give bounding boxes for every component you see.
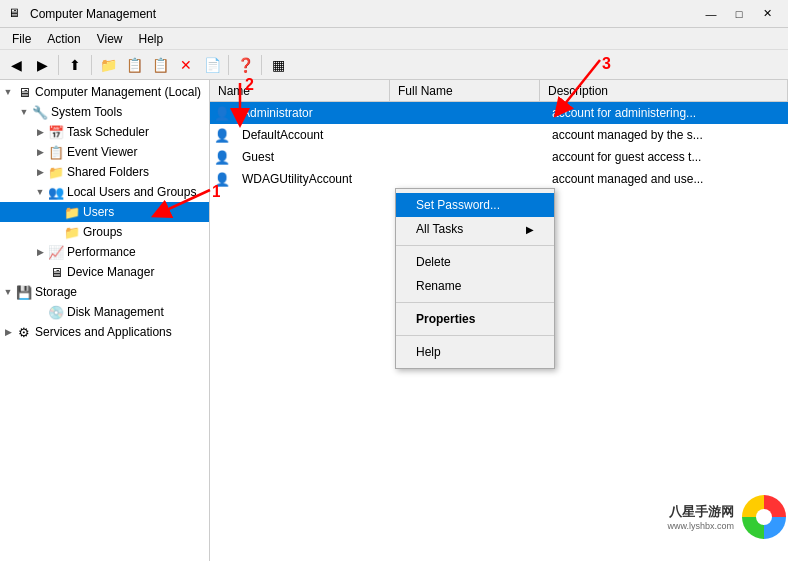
col-header-fullname[interactable]: Full Name — [390, 80, 540, 101]
title-bar-text: Computer Management — [30, 7, 156, 21]
watermark-url: www.lyshbx.com — [667, 521, 734, 531]
shared-folders-icon: 📁 — [48, 164, 64, 180]
storage-label: Storage — [35, 285, 77, 299]
tree-item-shared-folders[interactable]: ▶ 📁 Shared Folders — [0, 162, 209, 182]
tree-item-disk-management[interactable]: ▶ 💿 Disk Management — [0, 302, 209, 322]
device-manager-label: Device Manager — [67, 265, 154, 279]
tree-item-event-viewer[interactable]: ▶ 📋 Event Viewer — [0, 142, 209, 162]
desc-administrator: account for administering... — [544, 106, 788, 120]
help-button[interactable]: ❓ — [233, 53, 257, 77]
name-wdag: WDAGUtilityAccount — [234, 172, 394, 186]
menu-view[interactable]: View — [89, 30, 131, 48]
user-icon-guest: 👤 — [213, 148, 231, 166]
shared-folders-label: Shared Folders — [67, 165, 149, 179]
col-header-description[interactable]: Description — [540, 80, 788, 101]
event-viewer-label: Event Viewer — [67, 145, 137, 159]
toolbar-separator-1 — [58, 55, 59, 75]
ctx-set-password[interactable]: Set Password... — [396, 193, 554, 217]
performance-label: Performance — [67, 245, 136, 259]
tree-item-services-apps[interactable]: ▶ ⚙ Services and Applications — [0, 322, 209, 342]
list-row-administrator[interactable]: 👤 Administrator account for administerin… — [210, 102, 788, 124]
expand-task-scheduler[interactable]: ▶ — [32, 124, 48, 140]
tree-item-system-tools[interactable]: ▼ 🔧 System Tools — [0, 102, 209, 122]
expand-storage[interactable]: ▼ — [0, 284, 16, 300]
ctx-sep-3 — [396, 335, 554, 336]
watermark: 八星手游网 www.lyshbx.com — [667, 493, 788, 541]
tree-item-device-manager[interactable]: ▶ 🖥 Device Manager — [0, 262, 209, 282]
svg-point-6 — [756, 509, 772, 525]
paste-button[interactable]: 📋 — [148, 53, 172, 77]
menu-action[interactable]: Action — [39, 30, 88, 48]
user-icon-wdag: 👤 — [213, 170, 231, 188]
minimize-button[interactable]: — — [698, 4, 724, 24]
performance-icon: 📈 — [48, 244, 64, 260]
expand-computer-management[interactable]: ▼ — [0, 84, 16, 100]
groups-label: Groups — [83, 225, 122, 239]
expand-shared-folders[interactable]: ▶ — [32, 164, 48, 180]
tree-item-performance[interactable]: ▶ 📈 Performance — [0, 242, 209, 262]
name-guest: Guest — [234, 150, 394, 164]
disk-management-label: Disk Management — [67, 305, 164, 319]
properties-button[interactable]: 📄 — [200, 53, 224, 77]
expand-event-viewer[interactable]: ▶ — [32, 144, 48, 160]
tree-item-task-scheduler[interactable]: ▶ 📅 Task Scheduler — [0, 122, 209, 142]
event-viewer-icon: 📋 — [48, 144, 64, 160]
ctx-sep-2 — [396, 302, 554, 303]
menu-help[interactable]: Help — [131, 30, 172, 48]
user-icon-defaultaccount: 👤 — [213, 126, 231, 144]
show-hide-button[interactable]: 📁 — [96, 53, 120, 77]
col-header-name[interactable]: Name — [210, 80, 390, 101]
tree-item-local-users-groups[interactable]: ▼ 👥 Local Users and Groups — [0, 182, 209, 202]
ctx-help[interactable]: Help — [396, 340, 554, 364]
copy-button[interactable]: 📋 — [122, 53, 146, 77]
tree-item-users[interactable]: ▶ 📁 Users — [0, 202, 209, 222]
delete-button[interactable]: ✕ — [174, 53, 198, 77]
ctx-all-tasks[interactable]: All Tasks ▶ — [396, 217, 554, 241]
context-menu: Set Password... All Tasks ▶ Delete Renam… — [395, 188, 555, 369]
desc-defaultaccount: account managed by the s... — [544, 128, 788, 142]
app-icon: 🖥 — [8, 6, 24, 22]
all-tasks-arrow: ▶ — [526, 224, 534, 235]
forward-button[interactable]: ▶ — [30, 53, 54, 77]
local-users-groups-label: Local Users and Groups — [67, 185, 196, 199]
expand-services-apps[interactable]: ▶ — [0, 324, 16, 340]
users-label: Users — [83, 205, 114, 219]
toolbar-separator-3 — [228, 55, 229, 75]
users-icon: 📁 — [64, 204, 80, 220]
local-users-groups-icon: 👥 — [48, 184, 64, 200]
list-body: 👤 Administrator account for administerin… — [210, 102, 788, 190]
view-button[interactable]: ▦ — [266, 53, 290, 77]
desc-guest: account for guest access t... — [544, 150, 788, 164]
tree-item-groups[interactable]: ▶ 📁 Groups — [0, 222, 209, 242]
ctx-rename[interactable]: Rename — [396, 274, 554, 298]
up-button[interactable]: ⬆ — [63, 53, 87, 77]
system-tools-icon: 🔧 — [32, 104, 48, 120]
watermark-brand: 八星手游网 — [667, 503, 734, 521]
maximize-button[interactable]: □ — [726, 4, 752, 24]
expand-performance[interactable]: ▶ — [32, 244, 48, 260]
expand-local-users-groups[interactable]: ▼ — [32, 184, 48, 200]
expand-system-tools[interactable]: ▼ — [16, 104, 32, 120]
right-panel: Name Full Name Description 👤 Administrat… — [210, 80, 788, 561]
tree-item-computer-management[interactable]: ▼ 🖥 Computer Management (Local) — [0, 82, 209, 102]
left-panel: ▼ 🖥 Computer Management (Local) ▼ 🔧 Syst… — [0, 80, 210, 561]
ctx-sep-1 — [396, 245, 554, 246]
tree-item-storage[interactable]: ▼ 💾 Storage — [0, 282, 209, 302]
list-row-defaultaccount[interactable]: 👤 DefaultAccount account managed by the … — [210, 124, 788, 146]
services-apps-label: Services and Applications — [35, 325, 172, 339]
system-tools-label: System Tools — [51, 105, 122, 119]
list-row-wdagutilityaccount[interactable]: 👤 WDAGUtilityAccount account managed and… — [210, 168, 788, 190]
storage-icon: 💾 — [16, 284, 32, 300]
ctx-delete[interactable]: Delete — [396, 250, 554, 274]
task-scheduler-label: Task Scheduler — [67, 125, 149, 139]
device-manager-icon: 🖥 — [48, 264, 64, 280]
ctx-properties[interactable]: Properties — [396, 307, 554, 331]
close-button[interactable]: ✕ — [754, 4, 780, 24]
name-administrator: Administrator — [234, 106, 394, 120]
list-row-guest[interactable]: 👤 Guest account for guest access t... — [210, 146, 788, 168]
disk-management-icon: 💿 — [48, 304, 64, 320]
back-button[interactable]: ◀ — [4, 53, 28, 77]
main-area: ▼ 🖥 Computer Management (Local) ▼ 🔧 Syst… — [0, 80, 788, 561]
title-bar-controls: — □ ✕ — [698, 4, 780, 24]
menu-file[interactable]: File — [4, 30, 39, 48]
